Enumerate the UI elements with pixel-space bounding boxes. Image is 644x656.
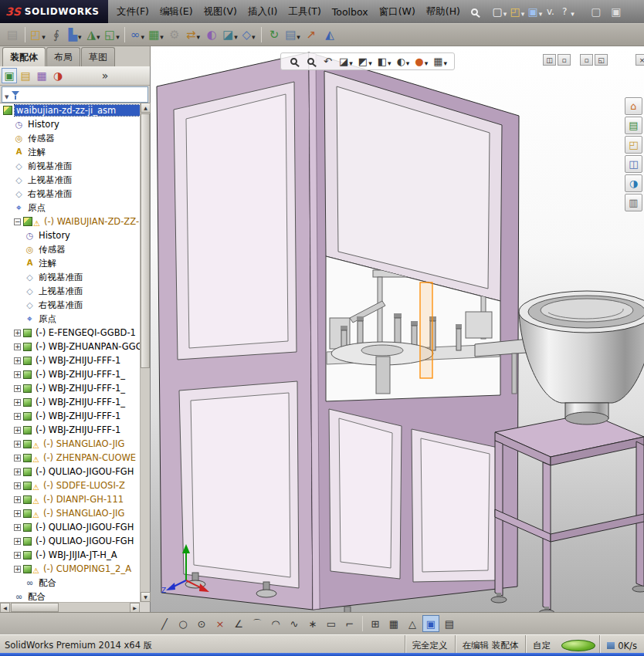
tree-item[interactable]: + (-) WBJ-ZHIJU-FFF-1_ [0, 381, 140, 395]
menu-item[interactable]: 视图(V) [198, 2, 242, 22]
tree-item[interactable]: + (-) WBJ-ZHIJU-FFF-1 [0, 423, 140, 437]
display-style-button[interactable]: ◧ [378, 54, 391, 69]
tree-item[interactable]: History [0, 228, 140, 242]
search-icon[interactable] [467, 3, 483, 20]
tree-item[interactable]: 原点 [0, 312, 140, 326]
model-canvas[interactable]: Z [151, 46, 644, 612]
flyout-collapse-icon[interactable] [5, 87, 8, 102]
sketch-ellipse-button[interactable]: ⊙ [193, 615, 210, 632]
expand-toggle[interactable]: + [14, 455, 21, 462]
machine-enclosure[interactable] [157, 52, 519, 612]
doc-window-minimize[interactable]: ▫ [580, 54, 593, 66]
motion-study-button[interactable]: ↻ [266, 25, 283, 44]
scroll-left-button[interactable] [0, 603, 10, 613]
tree-item[interactable]: + (-) DIANPI-GH-111 [0, 492, 140, 506]
rapid-sketch-button[interactable]: ⊞ [367, 615, 384, 632]
dropdown-caret[interactable] [538, 5, 543, 19]
tree-item[interactable]: + (-) WBJ-ZHIJU-FFF-1_ [0, 367, 140, 381]
tree-item[interactable]: + (-) WBJ-ZHUANPAN-GGG [0, 340, 140, 353]
expand-toggle[interactable]: + [14, 524, 21, 531]
dropdown-caret[interactable] [520, 5, 525, 19]
scroll-down-button[interactable] [141, 592, 151, 602]
dropdown-caret[interactable] [443, 54, 448, 69]
tree-item[interactable]: + (-) WBJ-JIJIA-JT-H_A [0, 548, 140, 562]
configurationmanager-tab[interactable]: ▦ [34, 68, 49, 83]
insert-components-button[interactable]: ◱ [103, 25, 120, 44]
selected-component-highlight[interactable] [420, 282, 432, 378]
dropdown-caret[interactable] [233, 28, 238, 42]
dropdown-caret[interactable] [405, 54, 410, 69]
dropdown-caret[interactable] [368, 54, 372, 69]
section-view-button[interactable]: ◪ [339, 54, 353, 69]
tree-item[interactable]: 右视基准面 [0, 187, 140, 201]
sketch-arc-button[interactable]: ⌒ [249, 615, 266, 632]
tree-item[interactable]: + (-) SDDFE-LUOSI-Z [0, 478, 140, 492]
print-preview-button[interactable]: ▤ [4, 25, 21, 44]
doc-window-pane-right[interactable]: ▫ [558, 54, 571, 66]
propertymanager-tab[interactable]: ▤ [18, 68, 33, 83]
scroll-up-button[interactable] [141, 103, 151, 113]
featuremanager-tab[interactable]: ▣ [2, 68, 17, 83]
sketch-spline-button[interactable]: ∿ [286, 615, 303, 632]
viewport-pane-button[interactable]: ▣ [422, 615, 439, 632]
open-document-button[interactable]: ◰ [510, 3, 525, 20]
tree-item[interactable]: + (-) SHANGLIAO-JIG [0, 506, 140, 520]
dropdown-caret[interactable] [503, 5, 507, 19]
dropdown-caret[interactable] [387, 54, 391, 69]
tree-horizontal-scrollbar[interactable] [0, 602, 140, 612]
expand-toggle[interactable]: + [14, 385, 21, 392]
tree-item[interactable]: 上视基准面 [0, 173, 140, 187]
tab-layout[interactable]: 布局 [46, 47, 80, 66]
expand-toggle[interactable]: + [14, 538, 21, 545]
menu-item[interactable]: Toolbox [327, 2, 374, 22]
tree-item[interactable]: + (-) QULIAO-JIGOU-FGH [0, 534, 140, 548]
tree-item[interactable]: 传感器 [0, 242, 140, 256]
expand-toggle[interactable]: + [14, 482, 21, 489]
zoom-area-button[interactable] [305, 54, 317, 69]
titlebar-extra-icon-1[interactable]: ▢ [588, 3, 604, 20]
expand-toggle[interactable]: + [14, 441, 21, 448]
tab-sketch[interactable]: 草图 [81, 47, 115, 66]
menu-item[interactable]: 文件(F) [111, 2, 154, 22]
view-settings-button[interactable]: ▦ [433, 54, 447, 69]
assembly-features-button[interactable]: ◪ [222, 25, 239, 44]
tree-vertical-scrollbar[interactable] [140, 103, 150, 602]
bowl-feeder[interactable] [519, 291, 644, 424]
reference-geometry-button[interactable]: ◇ [240, 25, 257, 44]
tree-filter-input[interactable] [22, 89, 145, 100]
dropdown-caret[interactable] [140, 28, 144, 42]
tree-item[interactable]: History [0, 117, 140, 131]
dropdown-caret[interactable] [115, 28, 120, 42]
design-library-tab[interactable]: ▤ [625, 117, 642, 134]
sketch-angle-button[interactable]: ∠ [230, 615, 247, 632]
dropdown-caret[interactable] [41, 28, 46, 42]
expand-toggle[interactable]: + [14, 427, 21, 434]
grid-snap-button[interactable]: ▦ [385, 615, 402, 632]
show-hidden-components-button[interactable]: ◐ [203, 25, 220, 44]
tree-item[interactable]: + (-) E-FENGEQI-GGBD-1 [0, 326, 140, 340]
exploded-view-button[interactable]: ↗ [303, 25, 320, 44]
expand-toggle[interactable]: + [14, 399, 21, 406]
expand-toggle[interactable]: + [14, 468, 21, 475]
attachment-button[interactable]: ∮ [48, 25, 65, 44]
view-palette-tab[interactable]: ◫ [625, 155, 642, 173]
sketch-line-button[interactable]: ╱ [156, 615, 173, 632]
sketch-slot-button[interactable]: ⌐ [341, 615, 358, 632]
expand-toggle[interactable]: + [14, 413, 21, 420]
edit-component-button[interactable]: ◮ [85, 25, 102, 44]
help-dropdown-caret[interactable] [571, 5, 575, 19]
tree-item[interactable]: 原点 [0, 201, 140, 215]
doc-window-restore[interactable]: ◱ [595, 54, 608, 66]
sketch-trim-button[interactable]: × [212, 615, 229, 632]
dropdown-caret[interactable] [196, 28, 201, 42]
expand-toggle[interactable]: + [14, 566, 21, 573]
hide-show-items-button[interactable]: ◐ [396, 54, 409, 69]
edit-appearance-button[interactable]: ● [415, 54, 428, 69]
tree-item[interactable]: 注解 [0, 145, 140, 159]
tree-item[interactable]: 注解 [0, 256, 140, 270]
expand-toggle[interactable]: + [14, 496, 21, 503]
tree-item[interactable]: + (-) QULIAO-JIGOU-FGH [0, 465, 140, 478]
sketch-rectangle-button[interactable]: ▭ [323, 615, 340, 632]
dropdown-caret[interactable] [159, 28, 164, 42]
tree-item[interactable]: − (-) WAIBUJIAN-ZD-ZZ-. [0, 215, 140, 228]
